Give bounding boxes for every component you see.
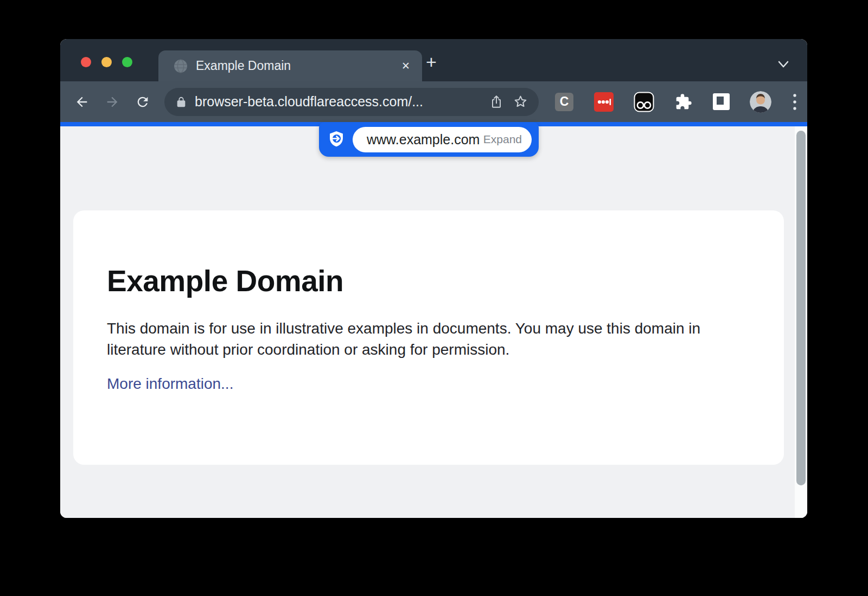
minimize-window-button[interactable] bbox=[101, 57, 112, 67]
expand-button[interactable]: Expand bbox=[483, 133, 522, 146]
extension-c-icon[interactable]: C bbox=[555, 93, 573, 111]
tab-search-chevron-icon[interactable] bbox=[777, 60, 790, 69]
isolation-badge: www.example.com Expand bbox=[319, 122, 539, 157]
tab-close-icon[interactable]: ✕ bbox=[401, 60, 410, 72]
scrollbar-track[interactable] bbox=[795, 126, 807, 518]
extensions-puzzle-icon[interactable] bbox=[675, 93, 692, 111]
page-heading: Example Domain bbox=[107, 264, 784, 298]
back-button[interactable] bbox=[69, 89, 95, 115]
bookmark-star-icon[interactable] bbox=[513, 94, 528, 109]
forward-button[interactable] bbox=[99, 89, 125, 115]
browser-menu-icon[interactable] bbox=[792, 93, 797, 111]
lock-icon bbox=[175, 96, 187, 108]
globe-favicon-icon bbox=[174, 59, 188, 73]
profile-avatar[interactable] bbox=[750, 91, 771, 113]
url-text[interactable]: browser-beta.cloudflareaccess.com/... bbox=[195, 94, 480, 110]
shield-arrow-icon bbox=[327, 130, 346, 149]
isolation-domain-pill[interactable]: www.example.com Expand bbox=[353, 127, 532, 152]
address-bar[interactable]: browser-beta.cloudflareaccess.com/... bbox=[164, 88, 539, 116]
password-manager-extension-icon[interactable] bbox=[594, 92, 614, 112]
toolbar: browser-beta.cloudflareaccess.com/... C bbox=[60, 81, 807, 122]
close-window-button[interactable] bbox=[81, 57, 91, 67]
new-tab-button[interactable]: + bbox=[419, 50, 443, 74]
tab-title: Example Domain bbox=[196, 59, 401, 73]
share-icon[interactable] bbox=[489, 95, 503, 109]
extensions-row: C bbox=[555, 91, 797, 113]
tab-example-domain[interactable]: Example Domain ✕ bbox=[158, 50, 422, 81]
more-information-link[interactable]: More information... bbox=[107, 375, 233, 393]
isolated-domain-text: www.example.com bbox=[367, 132, 483, 148]
two-circles-extension-icon[interactable] bbox=[634, 92, 654, 112]
content-card: Example Domain This domain is for use in… bbox=[73, 210, 784, 465]
tab-strip: Example Domain ✕ + bbox=[60, 39, 807, 81]
window-controls bbox=[81, 57, 132, 67]
scrollbar-thumb[interactable] bbox=[796, 131, 806, 485]
fullscreen-window-button[interactable] bbox=[122, 57, 132, 67]
browser-window: Example Domain ✕ + browser-beta.cloudfla… bbox=[60, 39, 807, 518]
reload-button[interactable] bbox=[130, 89, 156, 115]
page-viewport: Example Domain This domain is for use in… bbox=[60, 126, 807, 518]
side-panel-icon[interactable] bbox=[713, 93, 730, 110]
page-paragraph: This domain is for use in illustrative e… bbox=[107, 318, 733, 360]
